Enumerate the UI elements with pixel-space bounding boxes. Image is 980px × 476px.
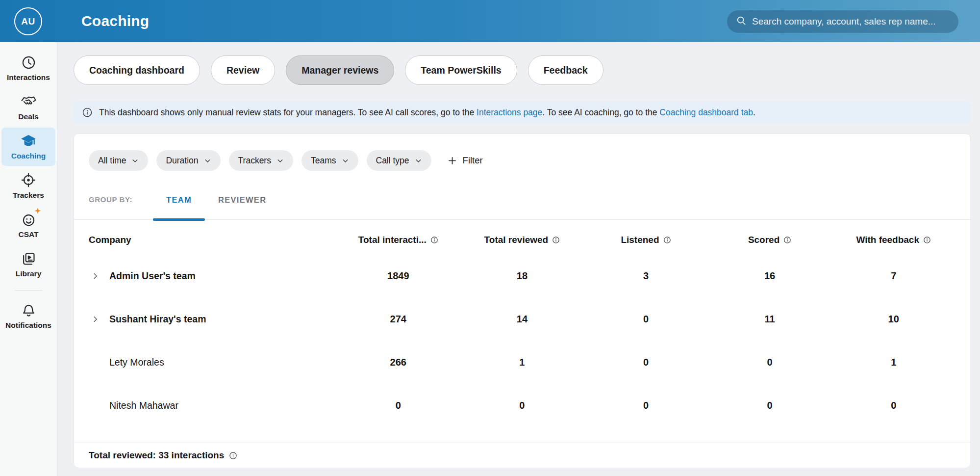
bell-icon [21,302,36,318]
info-icon [82,107,93,118]
chevron-right-icon[interactable] [92,272,100,280]
main-content: Coaching dashboard Review Manager review… [57,42,980,476]
total-reviewed-summary: Total reviewed: 33 interactions [89,450,224,461]
sidebar-item-label: Trackers [13,191,44,200]
target-icon [21,172,36,188]
sidebar-item-label: CSAT [18,230,38,239]
info-banner: This dashboard shows only manual review … [74,101,971,124]
group-by-team-tab[interactable]: TEAM [153,195,205,219]
row-name: Nitesh Mahawar [109,400,178,411]
chevron-down-icon [342,157,349,164]
col-listened: Listened [584,235,708,245]
col-with-feedback: With feedback [831,235,955,245]
row-name: Lety Morales [109,357,164,368]
scored-value: 16 [708,270,832,282]
interactions-page-link[interactable]: Interactions page [477,107,542,117]
col-company: Company [89,235,336,245]
info-icon[interactable] [783,236,791,244]
info-icon[interactable] [430,236,438,244]
total-interactions-value: 0 [336,400,460,411]
tab-manager-reviews[interactable]: Manager reviews [286,55,394,85]
search-input[interactable] [752,16,950,27]
scored-value: 11 [708,314,832,325]
table-row[interactable]: Admin User's team 1849 18 3 16 7 [74,254,970,297]
plus-icon [447,156,457,166]
section-tabs: Coaching dashboard Review Manager review… [74,55,971,85]
add-filter-button[interactable]: Filter [447,155,483,166]
listened-value: 0 [584,357,708,368]
filter-call-type[interactable]: Call type [367,150,431,171]
chevron-down-icon [415,157,422,164]
sidebar-divider [15,290,42,291]
tab-feedback[interactable]: Feedback [528,55,603,85]
sidebar-item-interactions[interactable]: Interactions [1,49,55,87]
filter-trackers[interactable]: Trackers [229,150,293,171]
listened-value: 0 [584,400,708,411]
manager-reviews-card: All time Duration Trackers Teams Call ty… [74,133,971,468]
scored-value: 0 [708,400,832,411]
group-by-reviewer-tab[interactable]: REVIEWER [205,195,279,219]
sidebar-item-library[interactable]: Library [1,245,55,284]
table-row[interactable]: Nitesh Mahawar 0 0 0 0 0 [74,384,970,427]
total-reviewed-value: 0 [460,400,584,411]
chevron-down-icon [276,157,284,164]
sidebar-item-deals[interactable]: Deals [1,88,55,127]
sidebar-item-label: Interactions [7,73,50,82]
info-icon[interactable] [663,236,671,244]
table-row[interactable]: Sushant Hiray's team 274 14 0 11 10 [74,297,970,341]
info-icon[interactable] [923,236,931,244]
total-reviewed-value: 14 [460,314,584,325]
clock-icon [21,54,36,70]
with-feedback-value: 10 [831,314,955,325]
row-name: Sushant Hiray's team [109,314,206,325]
group-by-label: GROUP BY: [89,195,132,219]
sidebar-item-trackers[interactable]: Trackers [1,167,55,205]
graduation-cap-icon [20,133,37,149]
tab-team-powerskills[interactable]: Team PowerSkills [405,55,517,85]
total-interactions-value: 274 [336,314,460,325]
tab-coaching-dashboard[interactable]: Coaching dashboard [74,55,200,85]
listened-value: 0 [584,314,708,325]
smiley-sparkle-icon [21,212,36,227]
sidebar-item-csat[interactable]: CSAT [1,206,55,244]
sidebar-item-notifications[interactable]: Notifications [1,297,55,335]
banner-text: This dashboard shows only manual review … [99,107,755,118]
with-feedback-value: 7 [831,270,955,282]
row-name: Admin User's team [109,270,196,282]
total-reviewed-value: 1 [460,357,584,368]
sidebar-item-label: Coaching [11,152,46,160]
coaching-dashboard-tab-link[interactable]: Coaching dashboard tab [659,107,753,117]
table-row[interactable]: Lety Morales 266 1 0 0 1 [74,341,970,384]
filters-row: All time Duration Trackers Teams Call ty… [74,134,970,171]
scored-value: 0 [708,357,832,368]
chevron-down-icon [131,157,139,164]
col-total-reviewed: Total reviewed [460,235,584,245]
library-icon [21,251,36,266]
with-feedback-value: 0 [831,400,955,411]
col-total-interactions: Total interacti... [336,235,460,245]
page-title: Coaching [81,13,149,29]
table-header: Company Total interacti... Total reviewe… [74,220,970,254]
filter-duration[interactable]: Duration [156,150,220,171]
chevron-down-icon [204,157,211,164]
global-search[interactable] [727,10,958,33]
handshake-icon [21,94,37,109]
total-reviewed-value: 18 [460,270,584,282]
tab-review[interactable]: Review [211,55,275,85]
table-footer: Total reviewed: 33 interactions [74,443,970,468]
sidebar-nav: Interactions Deals Coaching Trackers CSA… [0,42,57,476]
sidebar-item-label: Deals [18,112,38,121]
filter-teams[interactable]: Teams [302,150,358,171]
info-icon[interactable] [552,236,560,244]
sidebar-item-coaching[interactable]: Coaching [1,128,55,166]
sidebar-item-label: Library [16,269,42,278]
group-by-row: GROUP BY: TEAM REVIEWER [74,195,970,220]
avatar[interactable]: AU [14,7,42,35]
chevron-right-icon[interactable] [92,316,100,323]
info-icon[interactable] [229,451,237,460]
col-scored: Scored [708,235,832,245]
filter-all-time[interactable]: All time [89,150,148,171]
total-interactions-value: 266 [336,357,460,368]
with-feedback-value: 1 [831,357,955,368]
sparkle-icon [33,207,42,218]
